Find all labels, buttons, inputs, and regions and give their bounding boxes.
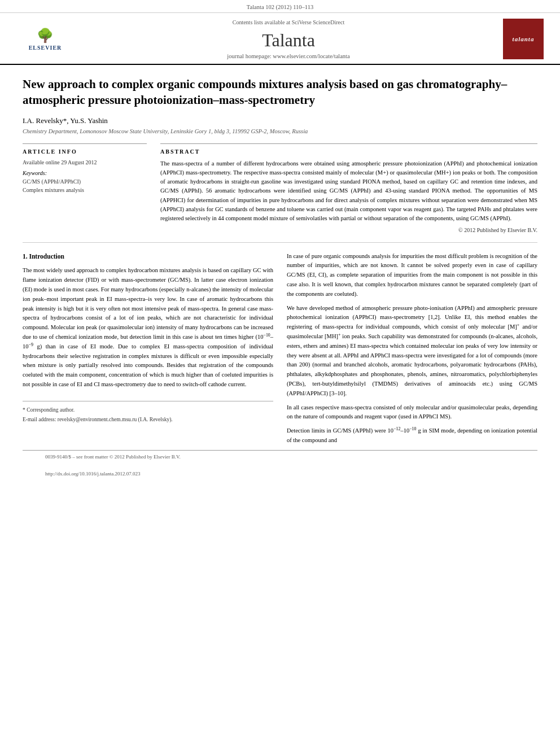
- doi-line: http://dx.doi.org/10.1016/j.talanta.2012…: [45, 471, 515, 477]
- elsevier-tree-icon: 🌳: [37, 28, 54, 43]
- footnote-email: E-mail address: revelsky@environment.che…: [23, 416, 273, 424]
- talanta-box: talanta: [503, 19, 544, 59]
- author-names: I.A. Revelsky*, Yu.S. Yashin: [23, 116, 108, 125]
- top-strip: Talanta 102 (2012) 110–113: [0, 0, 560, 13]
- abstract-section: Abstract The mass-spectra of a number of…: [160, 143, 537, 233]
- talanta-wordmark: talanta: [513, 36, 535, 42]
- section1-para3: We have developed method of atmospheric …: [287, 304, 537, 399]
- article-info-box: Article info Available online 29 August …: [23, 143, 147, 194]
- article-title: New approach to complex organic compound…: [23, 76, 537, 108]
- journal-header: 🌳 ELSEVIER Contents lists available at S…: [0, 13, 560, 65]
- affiliation: Chemistry Department, Lomonosov Moscow S…: [23, 128, 537, 134]
- issn-line: 0039-9140/$ – see front matter © 2012 Pu…: [45, 454, 515, 460]
- body-left-col: 1. Introduction The most widely used app…: [23, 252, 273, 450]
- keywords-label: Keywords:: [23, 170, 147, 176]
- elsevier-logo: 🌳 ELSEVIER: [20, 27, 71, 52]
- section-divider: [23, 242, 537, 243]
- article-content: New approach to complex organic compound…: [0, 65, 560, 492]
- available-online: Available online 29 August 2012: [23, 159, 147, 165]
- elsevier-logo-area: 🌳 ELSEVIER: [11, 19, 79, 59]
- footnote-area: * Corresponding author. E-mail address: …: [23, 401, 273, 424]
- bottom-strip: 0039-9140/$ – see front matter © 2012 Pu…: [23, 450, 537, 481]
- page: Talanta 102 (2012) 110–113 🌳 ELSEVIER Co…: [0, 0, 560, 747]
- journal-reference: Talanta 102 (2012) 110–113: [247, 4, 313, 10]
- section1-para4: In all cases respective mass-spectra con…: [287, 403, 537, 422]
- section1-heading: 1. Introduction: [23, 252, 273, 262]
- journal-homepage: journal homepage: www.elsevier.com/locat…: [227, 53, 349, 59]
- sciverse-banner: Contents lists available at SciVerse Sci…: [233, 19, 345, 25]
- abstract-label: Abstract: [160, 148, 537, 155]
- journal-center: Contents lists available at SciVerse Sci…: [79, 19, 498, 59]
- keywords-value: GC/MS (APPhI/APPhCI)Complex mixtures ana…: [23, 177, 147, 194]
- section1-title: Introduction: [29, 253, 64, 260]
- body-right-col: In case of pure organic compounds analys…: [287, 252, 537, 450]
- article-info-abstract-section: Article info Available online 29 August …: [23, 143, 537, 233]
- footnote-corresponding: * Corresponding author.: [23, 406, 273, 414]
- body-section: 1. Introduction The most widely used app…: [23, 252, 537, 450]
- talanta-logo-area: talanta: [498, 19, 549, 59]
- abstract-column: Abstract The mass-spectra of a number of…: [160, 143, 537, 233]
- authors: I.A. Revelsky*, Yu.S. Yashin: [23, 116, 537, 125]
- article-info-label: Article info: [23, 148, 147, 155]
- section1-para1: The most widely used approach to complex…: [23, 266, 273, 389]
- article-info-column: Article info Available online 29 August …: [23, 143, 147, 233]
- journal-title: Talanta: [262, 30, 315, 51]
- section1-para5: Detection limits in GC/MS (APPhI) were 1…: [287, 426, 537, 445]
- elsevier-wordmark: ELSEVIER: [29, 45, 62, 51]
- section1-number: 1.: [23, 253, 28, 260]
- copyright-line: © 2012 Published by Elsevier B.V.: [160, 227, 537, 233]
- section1-para2: In case of pure organic compounds analys…: [287, 252, 537, 299]
- abstract-text: The mass-spectra of a number of differen…: [160, 159, 537, 224]
